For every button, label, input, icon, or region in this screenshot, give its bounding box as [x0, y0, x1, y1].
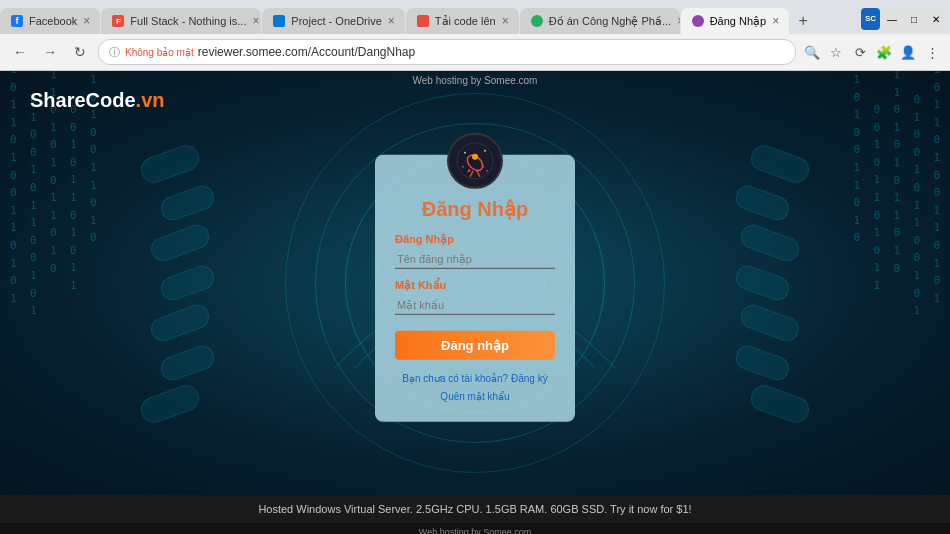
logo-code-text: .vn	[136, 89, 165, 111]
register-prompt-text: Bạn chưa có tài khoản?	[402, 373, 508, 384]
dangnhap-favicon-icon	[691, 14, 705, 28]
address-bar: ← → ↻ ⓘ Không bảo mật reviewer.somee.com…	[0, 34, 950, 70]
page-content: 10110100110101 0100101100101 11010101101…	[0, 71, 950, 495]
menu-icon[interactable]: ⋮	[922, 42, 942, 62]
login-title: Đăng Nhập	[422, 197, 528, 221]
new-tab-button[interactable]: +	[790, 8, 816, 34]
bookmark-star-icon[interactable]: ☆	[826, 42, 846, 62]
web-hosting-top: Web hosting by Somee.com	[413, 75, 538, 86]
tab-tailcode[interactable]: Tải code lên ×	[406, 8, 519, 34]
username-input[interactable]	[395, 250, 555, 269]
username-label: Đăng Nhập	[395, 233, 555, 246]
extensions-icon[interactable]: 🧩	[874, 42, 894, 62]
tab-doan[interactable]: Đồ án Công Nghệ Phầ... ×	[520, 8, 680, 34]
web-hosting-bottom: Web hosting by Somee.com	[419, 527, 531, 534]
tab-doan-close-icon[interactable]: ×	[677, 14, 679, 28]
svg-point-4	[484, 150, 486, 152]
ad-text: Hosted Windows Virtual Server. 2.5GHz CP…	[258, 503, 691, 515]
page-logo: ShareCode.vn	[30, 89, 165, 112]
tab-tailcode-label: Tải code lên	[435, 15, 496, 28]
tab-onedrive-label: Project - OneDrive	[291, 15, 381, 27]
security-icon: ⓘ	[109, 45, 120, 60]
security-label: Không bảo mật	[125, 47, 194, 58]
fullstack-favicon-icon: F	[111, 14, 125, 28]
tab-facebook[interactable]: f Facebook ×	[0, 8, 100, 34]
username-group: Đăng Nhập	[395, 233, 555, 269]
facebook-favicon-icon: f	[10, 14, 24, 28]
password-input[interactable]	[395, 296, 555, 315]
forgot-password-link[interactable]: Quên mật khẩu	[440, 391, 509, 402]
tab-fullstack-label: Full Stack - Nothing is...	[130, 15, 246, 27]
onedrive-favicon-icon	[272, 14, 286, 28]
tab-dangnhap-close-icon[interactable]: ×	[772, 14, 779, 28]
tab-tailcode-close-icon[interactable]: ×	[502, 14, 509, 28]
minimize-button[interactable]: —	[882, 9, 902, 29]
tab-fullstack[interactable]: F Full Stack - Nothing is... ×	[101, 8, 261, 34]
copyright-bar: Web hosting by Somee.com	[0, 523, 950, 534]
window-controls: SC — □ ✕	[861, 8, 950, 34]
tailcode-favicon-icon	[416, 14, 430, 28]
doan-favicon-icon	[530, 14, 544, 28]
register-link[interactable]: Đăng ký	[511, 373, 548, 384]
svg-point-5	[462, 166, 464, 168]
tab-fullstack-close-icon[interactable]: ×	[252, 14, 259, 28]
app-logo-icon	[447, 133, 503, 189]
tab-bar: f Facebook × F Full Stack - Nothing is..…	[0, 0, 950, 34]
tab-doan-label: Đồ án Công Nghệ Phầ...	[549, 15, 672, 28]
tab-onedrive-close-icon[interactable]: ×	[388, 14, 395, 28]
toolbar-icons: 🔍 ☆ ⟳ 🧩 👤 ⋮	[802, 42, 942, 62]
tab-dangnhap[interactable]: Đăng Nhập ×	[681, 8, 790, 34]
history-icon[interactable]: ⟳	[850, 42, 870, 62]
address-input-wrap[interactable]: ⓘ Không bảo mật reviewer.somee.com/Accou…	[98, 39, 796, 65]
tab-onedrive[interactable]: Project - OneDrive ×	[262, 8, 405, 34]
refresh-button[interactable]: ↻	[68, 40, 92, 64]
login-button[interactable]: Đăng nhập	[395, 331, 555, 360]
maximize-button[interactable]: □	[904, 9, 924, 29]
browser-chrome: f Facebook × F Full Stack - Nothing is..…	[0, 0, 950, 71]
password-label: Mật Khẩu	[395, 279, 555, 292]
svg-point-3	[464, 152, 466, 154]
forward-button[interactable]: →	[38, 40, 62, 64]
svg-point-2	[472, 154, 478, 160]
card-links: Bạn chưa có tài khoản? Đăng ký Quên mật …	[402, 370, 547, 406]
back-button[interactable]: ←	[8, 40, 32, 64]
svg-point-0	[457, 143, 493, 179]
close-window-button[interactable]: ✕	[926, 9, 946, 29]
ad-bar: Hosted Windows Virtual Server. 2.5GHz CP…	[0, 495, 950, 523]
profile-icon[interactable]: 👤	[898, 42, 918, 62]
search-icon[interactable]: 🔍	[802, 42, 822, 62]
address-text[interactable]: reviewer.somee.com/Account/DangNhap	[198, 45, 785, 59]
svg-point-6	[486, 170, 488, 172]
sharecode-logo-icon: SC	[861, 8, 880, 30]
tab-facebook-label: Facebook	[29, 15, 77, 27]
tab-facebook-close-icon[interactable]: ×	[83, 14, 90, 28]
password-group: Mật Khẩu	[395, 279, 555, 315]
tab-dangnhap-label: Đăng Nhập	[710, 15, 767, 28]
logo-share-text: ShareCode	[30, 89, 136, 111]
login-card: Đăng Nhập Đăng Nhập Mật Khẩu Đăng nhập B…	[375, 155, 575, 422]
